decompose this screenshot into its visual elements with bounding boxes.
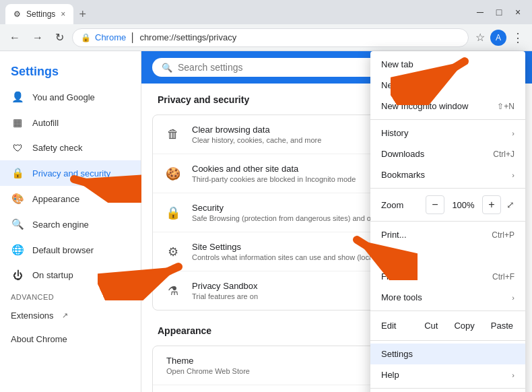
address-bar: ← → ↻ 🔒 Chrome │ chrome://settings/priva…	[0, 24, 532, 51]
settings-gear-icon: ⚙	[13, 9, 21, 19]
submenu-chevron-icon: ›	[512, 371, 514, 379]
toolbar-icons: ☆ A ⋮	[473, 28, 527, 48]
menu-item-find[interactable]: Find... Ctrl+F	[370, 266, 525, 287]
arrow-privacy-sidebar	[54, 156, 141, 203]
settings-label: Settings	[381, 349, 413, 359]
chrome-dropdown-menu: New tab New window New Incognito window …	[370, 51, 525, 392]
menu-item-cast[interactable]: Cast...	[370, 245, 525, 266]
restore-button[interactable]: □	[490, 3, 508, 21]
zoom-fullscreen-button[interactable]: ⤢	[506, 199, 514, 210]
minimize-button[interactable]: ─	[471, 3, 489, 21]
menu-divider	[370, 221, 525, 222]
menu-item-print[interactable]: Print... Ctrl+P	[370, 224, 525, 245]
tab-title: Settings	[26, 9, 55, 19]
tab-area: ⚙ Settings × +	[5, 0, 466, 24]
new-window-label: New window	[381, 80, 430, 90]
url-bar[interactable]: 🔒 Chrome │ chrome://settings/privacy	[72, 28, 469, 47]
edit-label: Edit	[376, 321, 415, 331]
menu-divider	[370, 340, 525, 341]
zoom-value: 100%	[450, 200, 477, 210]
chrome-menu-button[interactable]: ⋮	[509, 28, 527, 48]
history-label: History	[381, 128, 408, 138]
url-path: chrome://settings/privacy	[139, 32, 236, 42]
menu-item-help[interactable]: Help ›	[370, 364, 525, 385]
zoom-row: Zoom − 100% + ⤢	[370, 191, 525, 218]
menu-item-history[interactable]: History ›	[370, 123, 525, 143]
window-close-button[interactable]: ×	[509, 3, 527, 21]
new-incognito-label: New Incognito window	[381, 101, 468, 111]
lock-icon: 🔒	[81, 33, 91, 42]
new-tab-label: New tab	[381, 59, 413, 69]
url-separator: │	[130, 32, 135, 42]
active-tab[interactable]: ⚙ Settings ×	[5, 4, 73, 24]
print-label: Print...	[381, 230, 407, 240]
reload-button[interactable]: ↻	[51, 28, 68, 46]
more-tools-label: More tools	[381, 292, 422, 302]
profile-button[interactable]: A	[490, 30, 506, 46]
cut-button[interactable]: Cut	[418, 318, 444, 333]
submenu-chevron-icon: ›	[512, 171, 514, 179]
new-tab-button[interactable]: +	[76, 5, 89, 24]
paste-button[interactable]: Paste	[484, 318, 520, 333]
menu-item-settings[interactable]: Settings	[370, 344, 525, 364]
window-controls: ─ □ ×	[471, 3, 527, 21]
downloads-label: Downloads	[381, 149, 424, 159]
find-label: Find...	[381, 271, 405, 282]
copy-button[interactable]: Copy	[447, 318, 481, 333]
url-brand: Chrome	[95, 32, 126, 42]
submenu-chevron-icon: ›	[512, 129, 514, 137]
arrow-site-settings	[98, 247, 192, 300]
edit-row: Edit Cut Copy Paste	[370, 314, 525, 337]
menu-item-new-window[interactable]: New window	[370, 75, 525, 96]
menu-divider	[370, 388, 525, 389]
main-layout: Settings 👤 You and Google ▦ Autofill 🛡 S…	[0, 51, 532, 392]
menu-item-more-tools[interactable]: More tools ›	[370, 287, 525, 308]
find-shortcut: Ctrl+F	[492, 272, 514, 282]
menu-item-new-tab[interactable]: New tab	[370, 54, 525, 75]
dropdown-overlay: New tab New window New Incognito window …	[0, 51, 532, 392]
incognito-shortcut: ⇧+N	[497, 102, 514, 111]
print-shortcut: Ctrl+P	[492, 230, 514, 240]
cast-label: Cast...	[381, 251, 407, 261]
zoom-increase-button[interactable]: +	[482, 195, 501, 214]
title-bar: ⚙ Settings × + ─ □ ×	[0, 0, 532, 24]
downloads-shortcut: Ctrl+J	[493, 150, 514, 159]
bookmark-star-button[interactable]: ☆	[473, 28, 488, 46]
back-button[interactable]: ←	[5, 29, 24, 46]
menu-divider	[370, 311, 525, 311]
tab-close-icon[interactable]: ×	[61, 9, 65, 19]
menu-item-bookmarks[interactable]: Bookmarks ›	[370, 164, 525, 185]
bookmarks-label: Bookmarks	[381, 170, 425, 180]
menu-item-downloads[interactable]: Downloads Ctrl+J	[370, 143, 525, 164]
menu-divider	[370, 119, 525, 120]
zoom-label: Zoom	[381, 200, 420, 210]
menu-item-new-incognito[interactable]: New Incognito window ⇧+N	[370, 96, 525, 117]
zoom-decrease-button[interactable]: −	[426, 195, 444, 214]
submenu-chevron-icon: ›	[512, 294, 514, 302]
forward-button[interactable]: →	[28, 29, 47, 46]
menu-divider	[370, 188, 525, 189]
help-label: Help	[381, 370, 399, 380]
